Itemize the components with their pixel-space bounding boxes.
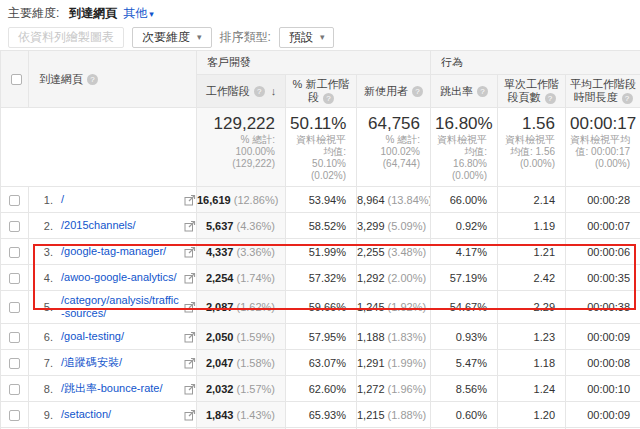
- bounce-rate-cell: 4.17%: [431, 239, 498, 265]
- row-checkbox[interactable]: [9, 247, 20, 258]
- row-number: 9.: [29, 409, 53, 421]
- sort-type-button[interactable]: 預設▾: [279, 27, 335, 48]
- open-page-icon[interactable]: [184, 409, 196, 421]
- row-checkbox[interactable]: [9, 273, 20, 284]
- open-page-icon[interactable]: [184, 246, 196, 258]
- column-header-pct-new-sessions[interactable]: % 新工作階段?: [286, 75, 357, 108]
- column-header-pages-per-session[interactable]: 單次工作階段頁數?: [498, 75, 566, 108]
- chevron-down-icon: ▾: [320, 32, 325, 42]
- table-row: 2. /2015channels/ 5,637 (4.36%) 58.52% 3…: [1, 213, 640, 239]
- pct-new-sessions-cell: 57.95%: [286, 324, 357, 350]
- sessions-cell: 5,637 (4.36%): [197, 213, 286, 239]
- table-row: 5. /category/analysis/traffic-sources/ 2…: [1, 291, 640, 324]
- avg-session-duration-cell: 00:00:08: [566, 350, 640, 376]
- select-all-cell: [1, 51, 29, 108]
- primary-dimension-label: 主要維度:: [8, 5, 59, 22]
- column-header-sessions[interactable]: 工作階段?↓: [197, 75, 286, 108]
- row-number: 1.: [29, 194, 53, 206]
- pct-new-sessions-cell: 58.52%: [286, 213, 357, 239]
- chevron-down-icon: ▾: [197, 32, 202, 42]
- open-page-icon[interactable]: [184, 272, 196, 284]
- landing-page-link[interactable]: /awoo-google-analytics/: [61, 271, 180, 284]
- help-icon[interactable]: ?: [323, 93, 334, 104]
- bounce-rate-cell: 54.67%: [431, 291, 498, 324]
- primary-dimension-selected[interactable]: 到達網頁: [69, 5, 117, 22]
- column-header-bounce-rate[interactable]: 跳出率?: [431, 75, 498, 108]
- sort-type-label: 排序類型:: [220, 29, 271, 46]
- primary-dimension-bar: 主要維度: 到達網頁 其他▾: [0, 0, 640, 24]
- help-icon[interactable]: ?: [477, 86, 488, 97]
- pct-new-sessions-cell: 62.60%: [286, 376, 357, 402]
- sessions-cell: 2,050 (1.59%): [197, 324, 286, 350]
- sort-descending-icon[interactable]: ↓: [271, 85, 277, 97]
- new-users-cell: 1,291 (1.99%): [357, 350, 431, 376]
- plot-rows-button[interactable]: 依資料列繪製圖表: [8, 27, 124, 48]
- help-icon[interactable]: ?: [545, 93, 556, 104]
- sessions-cell: 2,047 (1.58%): [197, 350, 286, 376]
- bounce-rate-cell: 0.92%: [431, 213, 498, 239]
- row-number: 2.: [29, 220, 53, 232]
- new-users-cell: 1,292 (2.00%): [357, 265, 431, 291]
- help-icon[interactable]: ?: [87, 74, 98, 85]
- column-header-landing-page[interactable]: 到達網頁?: [29, 51, 197, 108]
- open-page-icon[interactable]: [184, 194, 196, 206]
- avg-session-duration-cell: 00:00:38: [566, 291, 640, 324]
- row-checkbox[interactable]: [9, 302, 20, 313]
- summary-pages-per-session: 1.56 資料檢視平均值: 1.56 (0.00%): [498, 108, 566, 187]
- other-dimensions-link[interactable]: 其他▾: [123, 5, 154, 22]
- column-header-new-users[interactable]: 新使用者?: [357, 75, 431, 108]
- sessions-cell: 1,843 (1.43%): [197, 402, 286, 428]
- avg-session-duration-cell: 00:00:28: [566, 187, 640, 213]
- row-checkbox[interactable]: [9, 410, 20, 421]
- pct-new-sessions-cell: 53.94%: [286, 187, 357, 213]
- landing-page-link[interactable]: /追蹤碼安裝/: [61, 356, 180, 369]
- avg-session-duration-cell: 00:00:09: [566, 402, 640, 428]
- row-checkbox[interactable]: [9, 332, 20, 343]
- analytics-report-page: 主要維度: 到達網頁 其他▾ 依資料列繪製圖表 次要維度▾ 排序類型: 預設▾ …: [0, 0, 640, 429]
- open-page-icon[interactable]: [184, 301, 196, 313]
- row-checkbox[interactable]: [9, 358, 20, 369]
- table-row: 9. /setaction/ 1,843 (1.43%) 65.93% 1,21…: [1, 402, 640, 428]
- table-row: 6. /goal-testing/ 2,050 (1.59%) 57.95% 1…: [1, 324, 640, 350]
- row-number: 7.: [29, 357, 53, 369]
- landing-page-link[interactable]: /2015channels/: [61, 219, 180, 232]
- row-checkbox[interactable]: [9, 195, 20, 206]
- avg-session-duration-cell: 00:00:06: [566, 239, 640, 265]
- pages-per-session-cell: 1.19: [498, 213, 566, 239]
- select-all-checkbox[interactable]: [11, 74, 22, 85]
- table-row: 8. /跳出率-bounce-rate/ 2,032 (1.57%) 62.60…: [1, 376, 640, 402]
- row-checkbox[interactable]: [9, 221, 20, 232]
- landing-page-link[interactable]: /: [61, 193, 180, 206]
- help-icon[interactable]: ?: [254, 86, 265, 97]
- open-page-icon[interactable]: [184, 383, 196, 395]
- landing-page-link[interactable]: /goal-testing/: [61, 330, 180, 343]
- help-icon[interactable]: ?: [412, 86, 423, 97]
- open-page-icon[interactable]: [184, 357, 196, 369]
- open-page-icon[interactable]: [184, 331, 196, 343]
- new-users-cell: 8,964 (13.84%): [357, 187, 431, 213]
- summary-avg-session-duration: 00:00:17 資料檢視平均值: 00:00:17 (0.00%): [566, 108, 640, 187]
- landing-page-link[interactable]: /google-tag-manager/: [61, 245, 180, 258]
- open-page-icon[interactable]: [184, 220, 196, 232]
- landing-page-link[interactable]: /跳出率-bounce-rate/: [61, 382, 180, 395]
- pages-per-session-cell: 1.18: [498, 350, 566, 376]
- landing-page-link[interactable]: /category/analysis/traffic-sources/: [61, 294, 180, 320]
- row-number: 5.: [29, 301, 53, 313]
- new-users-cell: 1,272 (1.96%): [357, 376, 431, 402]
- group-header-acquisition: 客戶開發: [197, 51, 431, 75]
- pct-new-sessions-cell: 57.32%: [286, 265, 357, 291]
- column-header-avg-session-duration[interactable]: 平均工作階段時間長度?: [566, 75, 640, 108]
- row-checkbox[interactable]: [9, 384, 20, 395]
- new-users-cell: 1,245 (1.92%): [357, 291, 431, 324]
- row-number: 8.: [29, 383, 53, 395]
- sessions-cell: 2,032 (1.57%): [197, 376, 286, 402]
- secondary-dimension-button[interactable]: 次要維度▾: [132, 27, 212, 48]
- bounce-rate-cell: 5.47%: [431, 350, 498, 376]
- help-icon[interactable]: ?: [622, 93, 633, 104]
- pages-per-session-cell: 2.14: [498, 187, 566, 213]
- pages-per-session-cell: 1.20: [498, 402, 566, 428]
- new-users-cell: 3,299 (5.09%): [357, 213, 431, 239]
- pages-per-session-cell: 1.24: [498, 376, 566, 402]
- landing-page-link[interactable]: /setaction/: [61, 408, 180, 421]
- bounce-rate-cell: 0.93%: [431, 324, 498, 350]
